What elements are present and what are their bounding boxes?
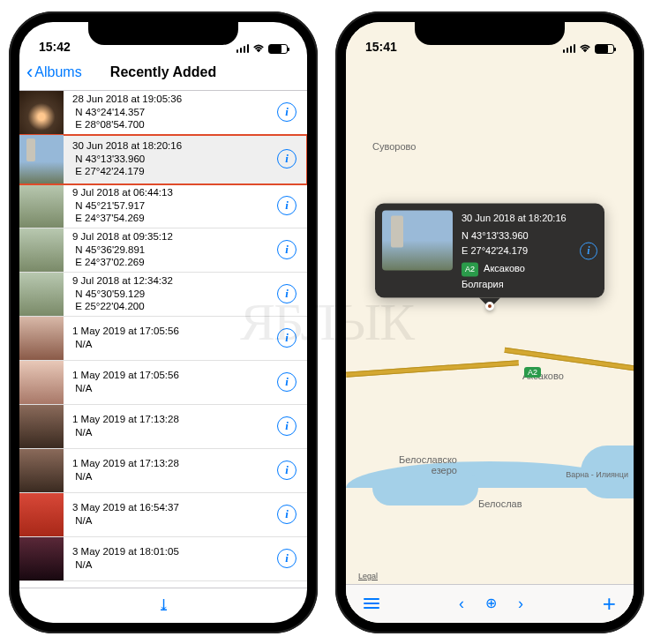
map-toolbar: ‹ ⊕ › + <box>346 584 634 623</box>
notch <box>88 22 238 45</box>
info-button[interactable]: i <box>277 284 296 303</box>
row-text: 1 May 2019 at 17:13:28 N/A <box>64 413 277 439</box>
thumbnail <box>19 361 64 404</box>
row-text: 1 May 2019 at 17:13:28 N/A <box>64 457 277 483</box>
list-item[interactable]: 1 May 2019 at 17:05:56 N/Ai <box>19 361 307 405</box>
thumbnail <box>19 317 64 360</box>
info-button[interactable]: i <box>277 416 296 436</box>
menu-icon[interactable] <box>364 598 379 609</box>
list-item[interactable]: 9 Jul 2018 at 09:35:12 N 45°36'29.891 E … <box>19 228 307 273</box>
list-item[interactable]: 3 May 2019 at 18:01:05 N/Ai <box>19 537 307 581</box>
chevron-left-icon: ‹ <box>26 63 33 82</box>
list-item[interactable]: 1 May 2019 at 17:05:56 N/Ai <box>19 317 307 361</box>
info-button[interactable]: i <box>277 372 296 392</box>
signal-icon <box>563 44 576 53</box>
locate-button[interactable]: ⊕ <box>485 595 497 613</box>
wifi-icon <box>252 44 265 53</box>
page-title: Recently Added <box>110 64 216 80</box>
map-pin[interactable] <box>485 302 494 311</box>
lake <box>372 470 478 505</box>
phone-left: 15:42 ‹ Albums Recently Added 28 Jun 201… <box>9 11 318 633</box>
phone-right: 15:41 А2 Суворово Аксаково Белославско е… <box>335 11 644 633</box>
map-view[interactable]: А2 Суворово Аксаково Белославско езеро Б… <box>346 22 634 623</box>
town-suvorovo: Суворово <box>372 141 416 152</box>
thumbnail <box>19 493 64 536</box>
info-button[interactable]: i <box>277 461 296 480</box>
row-text: 9 Jul 2018 at 12:34:32 N 45°30'59.129 E … <box>64 274 277 314</box>
info-button[interactable]: i <box>277 149 296 168</box>
callout-thumbnail <box>382 210 453 270</box>
battery-icon <box>595 44 614 54</box>
town-beloslav: Белослав <box>478 498 522 509</box>
home-indicator <box>437 625 543 628</box>
info-button[interactable]: i <box>277 549 296 568</box>
row-text: 1 May 2019 at 17:05:56 N/A <box>64 325 277 351</box>
thumbnail <box>19 273 64 316</box>
info-button[interactable]: i <box>277 328 296 348</box>
notch <box>415 22 565 45</box>
list-item[interactable]: 1 May 2019 at 17:13:28 N/Ai <box>19 405 307 449</box>
town-varna: Варна - Илиянци <box>566 470 628 479</box>
route-badge: А2 <box>524 363 544 378</box>
wifi-icon <box>579 44 591 53</box>
row-text: 30 Jun 2018 at 18:20:16 N 43°13'33.960 E… <box>64 139 277 179</box>
thumbnail <box>19 405 64 448</box>
route-badge: А2 <box>462 263 478 277</box>
info-button[interactable]: i <box>277 240 296 259</box>
list-item[interactable]: 30 Jun 2018 at 18:20:16 N 43°13'33.960 E… <box>19 135 307 184</box>
info-button[interactable]: i <box>277 102 296 122</box>
nav-bar: ‹ Albums Recently Added <box>19 56 307 91</box>
row-text: 3 May 2019 at 16:54:37 N/A <box>64 501 277 528</box>
callout-text: 30 Jun 2018 at 18:20:16 N 43°13'33.960 E… <box>462 210 571 291</box>
thumbnail <box>19 449 64 492</box>
list-item[interactable]: 9 Jul 2018 at 06:44:13 N 45°21'57.917 E … <box>19 184 307 228</box>
bottom-toolbar: ⤓ <box>19 588 307 623</box>
photo-list[interactable]: 28 Jun 2018 at 19:05:36 N 43°24'14.357 E… <box>19 91 307 588</box>
signal-icon <box>236 44 250 53</box>
add-button[interactable]: + <box>603 590 616 618</box>
legal-link[interactable]: Legal <box>358 572 378 580</box>
row-text: 3 May 2019 at 18:01:05 N/A <box>64 545 277 572</box>
row-text: 28 Jun 2018 at 19:05:36 N 43°24'14.357 E… <box>64 93 277 132</box>
back-label: Albums <box>34 64 81 80</box>
lake-label: Белославско езеро <box>399 454 457 476</box>
battery-icon <box>268 44 288 54</box>
thumbnail <box>19 537 64 580</box>
home-indicator <box>110 625 216 628</box>
status-time: 15:42 <box>39 40 71 54</box>
thumbnail <box>19 135 64 183</box>
list-item[interactable]: 3 May 2019 at 16:54:37 N/Ai <box>19 493 307 537</box>
photo-callout[interactable]: 30 Jun 2018 at 18:20:16 N 43°13'33.960 E… <box>375 203 604 298</box>
info-button[interactable]: i <box>277 505 296 524</box>
back-button[interactable]: ‹ Albums <box>26 63 82 82</box>
list-item[interactable]: 1 May 2019 at 17:13:28 N/Ai <box>19 449 307 493</box>
next-button[interactable]: › <box>518 595 523 613</box>
row-text: 9 Jul 2018 at 06:44:13 N 45°21'57.917 E … <box>64 186 277 226</box>
road <box>346 360 519 378</box>
status-time: 15:41 <box>365 40 397 54</box>
list-item[interactable]: 28 Jun 2018 at 19:05:36 N 43°24'14.357 E… <box>19 91 307 135</box>
download-icon[interactable]: ⤓ <box>157 595 170 615</box>
info-button[interactable]: i <box>277 196 296 215</box>
row-text: 1 May 2019 at 17:05:56 N/A <box>64 369 277 395</box>
thumbnail <box>19 184 64 228</box>
prev-button[interactable]: ‹ <box>459 595 464 613</box>
thumbnail <box>19 228 64 272</box>
info-button[interactable]: i <box>580 242 597 259</box>
thumbnail <box>19 91 64 134</box>
list-item[interactable]: 9 Jul 2018 at 12:34:32 N 45°30'59.129 E … <box>19 273 307 317</box>
row-text: 9 Jul 2018 at 09:35:12 N 45°36'29.891 E … <box>64 230 277 270</box>
